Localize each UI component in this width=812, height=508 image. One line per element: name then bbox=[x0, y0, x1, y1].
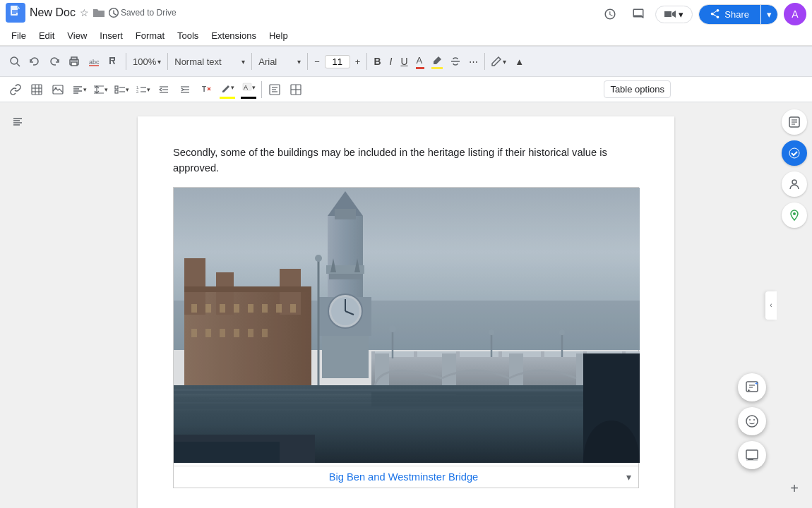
right-sidebar: + bbox=[777, 102, 812, 508]
add-panel-button[interactable]: + bbox=[782, 476, 807, 501]
spelling-button[interactable]: abc bbox=[85, 54, 103, 69]
separator-3 bbox=[251, 53, 252, 70]
clear-formatting-button[interactable]: T bbox=[196, 80, 216, 99]
insert-link-button[interactable] bbox=[6, 80, 25, 99]
expand-panel-button[interactable]: ‹ bbox=[765, 291, 777, 320]
separator-6 bbox=[484, 53, 485, 70]
bold-button[interactable]: B bbox=[370, 54, 384, 69]
notes-panel-button[interactable] bbox=[782, 109, 807, 135]
image-caption-fab[interactable] bbox=[738, 441, 766, 469]
insert-image-button[interactable] bbox=[48, 80, 68, 99]
saved-badge: Saved to Drive bbox=[109, 8, 177, 18]
share-button[interactable]: Share bbox=[699, 5, 760, 24]
style-dropdown[interactable]: Normal text ▾ bbox=[171, 54, 249, 69]
meet-label: ▾ bbox=[679, 9, 683, 20]
line-spacing-button[interactable]: ▾ bbox=[90, 80, 110, 99]
people-panel-button[interactable] bbox=[782, 171, 807, 197]
highlight-color-button[interactable]: ▾ bbox=[217, 80, 237, 99]
col-align-left-button[interactable] bbox=[265, 80, 285, 99]
redo-button[interactable] bbox=[45, 54, 64, 69]
font-chevron: ▾ bbox=[297, 58, 301, 66]
font-dropdown[interactable]: Arial ▾ bbox=[255, 54, 304, 69]
checklist-button[interactable]: ▾ bbox=[112, 80, 131, 99]
paint-format-button[interactable] bbox=[105, 54, 123, 69]
meet-button[interactable]: ▾ bbox=[655, 6, 693, 23]
separator-4 bbox=[307, 53, 308, 70]
doc-title[interactable]: New Doc bbox=[30, 6, 76, 19]
indent-decrease-button[interactable] bbox=[154, 80, 174, 99]
toolbar: abc 100% ▾ Normal text ▾ Arial ▾ − + B I… bbox=[0, 46, 812, 77]
editing-mode-chevron: ▾ bbox=[503, 58, 506, 66]
menu-help[interactable]: Help bbox=[263, 28, 294, 43]
menu-bar: File Edit View Insert Format Tools Exten… bbox=[0, 25, 812, 45]
search-button[interactable] bbox=[6, 54, 24, 69]
doc-area: Secondly, some of the buildings may be i… bbox=[35, 102, 777, 508]
text-color-button[interactable]: A bbox=[413, 53, 428, 70]
italic-button[interactable]: I bbox=[386, 54, 396, 69]
menu-insert[interactable]: Insert bbox=[94, 28, 129, 43]
table-separator bbox=[261, 81, 262, 98]
add-comment-fab[interactable]: + bbox=[738, 373, 766, 401]
london-image bbox=[174, 188, 640, 463]
numbered-list-button[interactable]: 1.2. ▾ bbox=[133, 80, 153, 99]
separator-2 bbox=[167, 53, 168, 70]
caption-dropdown[interactable]: ▾ bbox=[626, 471, 631, 483]
font-size-input[interactable] bbox=[325, 55, 350, 68]
separator-1 bbox=[126, 53, 126, 70]
collapse-toolbar-button[interactable]: ▲ bbox=[511, 54, 527, 69]
image-caption[interactable]: Big Ben and Westminster Bridge bbox=[329, 471, 479, 483]
document-paragraph[interactable]: Secondly, some of the buildings may be i… bbox=[173, 145, 639, 176]
svg-text:T: T bbox=[202, 85, 206, 93]
svg-point-130 bbox=[746, 416, 758, 427]
more-text-options[interactable]: ⋯ bbox=[465, 54, 482, 69]
menu-view[interactable]: View bbox=[61, 28, 92, 43]
text-bg-color-button[interactable]: A ▾ bbox=[239, 80, 258, 99]
align-left-button[interactable]: ▾ bbox=[69, 80, 89, 99]
zoom-control[interactable]: 100% ▾ bbox=[129, 54, 165, 69]
print-button[interactable] bbox=[65, 54, 83, 69]
document-outline-button[interactable] bbox=[5, 109, 30, 135]
svg-point-122 bbox=[789, 148, 799, 158]
title-bar: New Doc ☆ Saved to Drive bbox=[0, 0, 812, 25]
editing-mode-button[interactable]: ▾ bbox=[488, 54, 510, 68]
comments-button[interactable] bbox=[627, 3, 650, 25]
docs-logo bbox=[6, 3, 25, 23]
folder-icon[interactable] bbox=[93, 7, 105, 19]
tasks-panel-button[interactable] bbox=[782, 140, 807, 166]
svg-point-132 bbox=[753, 419, 755, 421]
emoji-fab[interactable] bbox=[738, 407, 766, 435]
header-right: ▾ Share ▾ A bbox=[599, 3, 806, 25]
undo-button[interactable] bbox=[25, 54, 44, 69]
underline-button[interactable]: U bbox=[397, 54, 411, 69]
table-options-label[interactable]: Table options bbox=[604, 80, 671, 98]
strikethrough-button[interactable] bbox=[447, 54, 464, 68]
separator-5 bbox=[366, 53, 367, 70]
saved-text: Saved to Drive bbox=[121, 8, 177, 18]
left-sidebar bbox=[0, 102, 35, 508]
font-size-increase[interactable]: + bbox=[352, 54, 364, 69]
svg-text:2.: 2. bbox=[136, 90, 139, 94]
svg-text:+: + bbox=[755, 380, 758, 387]
indent-increase-button[interactable] bbox=[175, 80, 195, 99]
menu-edit[interactable]: Edit bbox=[33, 28, 60, 43]
document: Secondly, some of the buildings may be i… bbox=[138, 116, 674, 508]
user-avatar[interactable]: A bbox=[784, 3, 806, 25]
svg-point-4 bbox=[11, 57, 18, 64]
share-dropdown-button[interactable]: ▾ bbox=[761, 5, 777, 24]
insert-table-button[interactable] bbox=[27, 80, 47, 99]
menu-extensions[interactable]: Extensions bbox=[205, 28, 262, 43]
maps-panel-button[interactable] bbox=[782, 202, 807, 228]
history-button[interactable] bbox=[599, 3, 621, 25]
svg-point-124 bbox=[793, 212, 796, 215]
star-icon[interactable]: ☆ bbox=[80, 7, 89, 18]
menu-tools[interactable]: Tools bbox=[172, 28, 204, 43]
font-size-decrease[interactable]: − bbox=[311, 54, 323, 69]
svg-line-5 bbox=[17, 64, 20, 66]
menu-file[interactable]: File bbox=[6, 28, 32, 43]
col-merge-button[interactable] bbox=[286, 80, 306, 99]
image-container[interactable]: Big Ben and Westminster Bridge ▾ bbox=[173, 187, 639, 488]
menu-format[interactable]: Format bbox=[130, 28, 170, 43]
svg-rect-21 bbox=[115, 86, 118, 89]
highlight-button[interactable] bbox=[429, 54, 446, 70]
style-chevron: ▾ bbox=[241, 58, 245, 66]
